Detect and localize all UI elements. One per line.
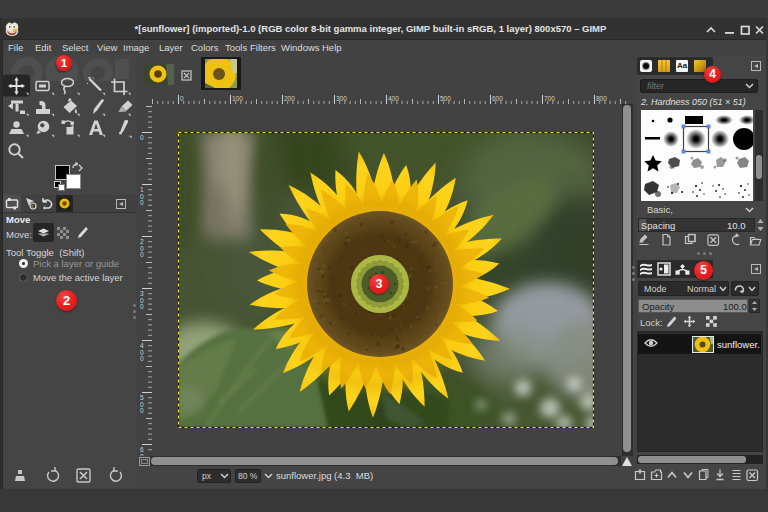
svg-text:0: 0 [140,453,144,457]
svg-text:0: 0 [140,251,144,258]
svg-text:0: 0 [140,303,144,310]
svg-text:700: 700 [544,95,555,102]
svg-text:0: 0 [180,95,184,102]
svg-text:500: 500 [440,95,451,102]
svg-text:800: 800 [596,95,607,102]
svg-text:0: 0 [140,355,144,362]
svg-text:200: 200 [284,95,295,102]
svg-text:0: 0 [140,134,144,141]
svg-text:0: 0 [140,199,144,206]
svg-text:400: 400 [388,95,399,102]
svg-text:300: 300 [336,95,347,102]
svg-text:100: 100 [232,95,243,102]
svg-text:0: 0 [140,407,144,414]
svg-text:600: 600 [492,95,503,102]
svg-text:i: i [32,203,33,209]
